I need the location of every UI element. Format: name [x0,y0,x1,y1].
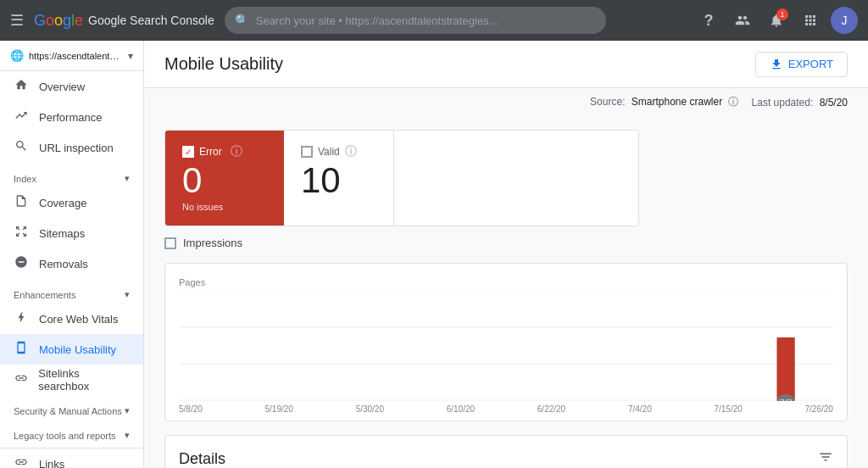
chart-y-title: Pages [179,277,833,287]
filter-icon[interactable] [818,449,833,468]
valid-info-icon[interactable]: ⓘ [345,144,357,159]
valid-checkbox[interactable] [301,146,313,158]
search-bar[interactable]: 🔍 [225,7,606,34]
core-web-vitals-label: Core Web Vitals [39,313,118,326]
valid-card-label: Valid [318,146,340,158]
valid-count: 10 [301,163,376,198]
property-url: https://ascendtalentstrategie... [29,51,123,61]
x-label-1: 5/19/20 [265,404,293,414]
sitelinks-searchbox-icon [14,371,28,388]
details-section: Details Status Type Validation ↓ [164,435,848,468]
apps-icon [803,13,818,28]
help-button[interactable]: ? [695,7,722,34]
overview-label: Overview [39,81,85,93]
sidebar-item-performance[interactable]: Performance [0,102,143,132]
x-label-2: 5/30/20 [356,404,384,414]
valid-summary-card: Valid ⓘ 10 [284,131,394,226]
security-section-label: Security & Manual Actions [14,406,122,416]
url-inspection-label: URL inspection [39,142,114,154]
people-icon [735,13,750,28]
menu-icon[interactable]: ☰ [10,11,24,30]
x-label-6: 7/15/20 [714,404,742,414]
security-section-chevron: ▾ [125,405,130,416]
sidebar-item-removals[interactable]: Removals [0,248,143,279]
url-inspection-icon [14,139,29,156]
performance-icon [14,109,29,125]
index-section-label: Index [14,174,36,184]
index-section-chevron: ▾ [125,173,130,184]
search-icon: 🔍 [235,14,249,27]
chart-area: 3 2 1 0 2/3 [179,291,833,401]
overview-icon [14,78,29,95]
google-logo: Google [34,12,83,30]
removals-icon [14,255,29,272]
export-icon [770,58,783,71]
user-avatar[interactable]: J [831,7,858,34]
legacy-section-chevron: ▾ [125,430,130,441]
topbar-logo: Google Google Search Console [34,12,214,30]
main-content: Mobile Usability EXPORT Source: Smartpho… [144,41,868,468]
sidebar-item-url-inspection[interactable]: URL inspection [0,132,143,163]
sidebar-item-overview[interactable]: Overview [0,71,143,102]
security-section-header[interactable]: Security & Manual Actions ▾ [0,395,143,420]
accounts-button[interactable] [729,7,756,34]
export-button[interactable]: EXPORT [755,52,848,77]
topbar-actions: ? 1 J [695,7,858,34]
impressions-checkbox[interactable] [164,237,176,249]
links-label: Links [39,458,64,469]
sitemaps-label: Sitemaps [39,227,85,240]
sidebar-item-mobile-usability[interactable]: Mobile Usability [0,334,143,365]
index-section-header[interactable]: Index ▾ [0,163,143,187]
error-sublabel: No issues [182,202,267,212]
sidebar-item-core-web-vitals[interactable]: Core Web Vitals [0,304,143,334]
x-label-7: 7/26/20 [805,404,833,414]
enhancements-section-label: Enhancements [14,290,75,300]
x-label-0: 5/8/20 [179,404,203,414]
mobile-usability-icon [14,341,29,358]
app-layout: 🌐 https://ascendtalentstrategie... ▾ Ove… [0,0,868,468]
legacy-section-header[interactable]: Legacy tools and reports ▾ [0,420,143,444]
impressions-header: Impressions [164,226,848,256]
property-selector[interactable]: 🌐 https://ascendtalentstrategie... ▾ [0,41,143,71]
source-value: Smartphone crawler [632,96,722,108]
property-chevron-icon: ▾ [128,50,133,62]
sitemaps-icon [14,225,29,242]
error-checkbox[interactable] [182,146,194,158]
apps-button[interactable] [797,7,824,34]
mobile-usability-label: Mobile Usability [39,343,116,356]
page-header: Mobile Usability EXPORT [144,41,868,88]
error-summary-card: Error ⓘ 0 No issues [165,131,284,226]
notifications-button[interactable]: 1 [763,7,790,34]
sidebar-item-sitelinks-searchbox[interactable]: Sitelinks searchbox [0,365,143,395]
coverage-label: Coverage [39,197,86,209]
legacy-section-label: Legacy tools and reports [14,431,115,441]
property-icon: 🌐 [10,49,24,62]
error-info-icon[interactable]: ⓘ [231,144,242,159]
details-title: Details [179,450,225,468]
details-header: Details [165,436,847,468]
valid-card-header: Valid ⓘ [301,144,376,159]
chart-svg: 3 2 1 0 2/3 [179,291,833,401]
x-label-3: 6/10/20 [447,404,475,414]
chart-section: Impressions [144,226,868,256]
error-card-header: Error ⓘ [182,144,267,159]
links-icon [14,455,29,468]
sidebar-item-coverage[interactable]: Coverage [0,187,143,218]
last-updated-value: 8/5/20 [820,97,848,109]
error-card-label: Error [199,146,222,158]
search-input[interactable] [256,14,596,27]
help-icon: ? [704,12,714,30]
enhancements-section-chevron: ▾ [125,289,130,300]
chart-x-labels: 5/8/20 5/19/20 5/30/20 6/10/20 6/22/20 7… [179,401,833,414]
summary-section: Error ⓘ 0 No issues Valid ⓘ 10 [144,116,868,226]
sidebar-item-sitemaps[interactable]: Sitemaps [0,218,143,248]
sidebar-item-links[interactable]: Links [0,448,143,468]
chart-container: Pages 3 2 1 0 2/3 [164,263,848,421]
coverage-icon [14,194,29,211]
enhancements-section-header[interactable]: Enhancements ▾ [0,279,143,304]
source-help-icon[interactable]: ⓘ [728,96,738,108]
x-label-4: 6/22/20 [537,404,565,414]
performance-label: Performance [39,111,102,124]
last-updated-text: Last updated: 8/5/20 [752,97,848,109]
impressions-label: Impressions [183,237,242,249]
